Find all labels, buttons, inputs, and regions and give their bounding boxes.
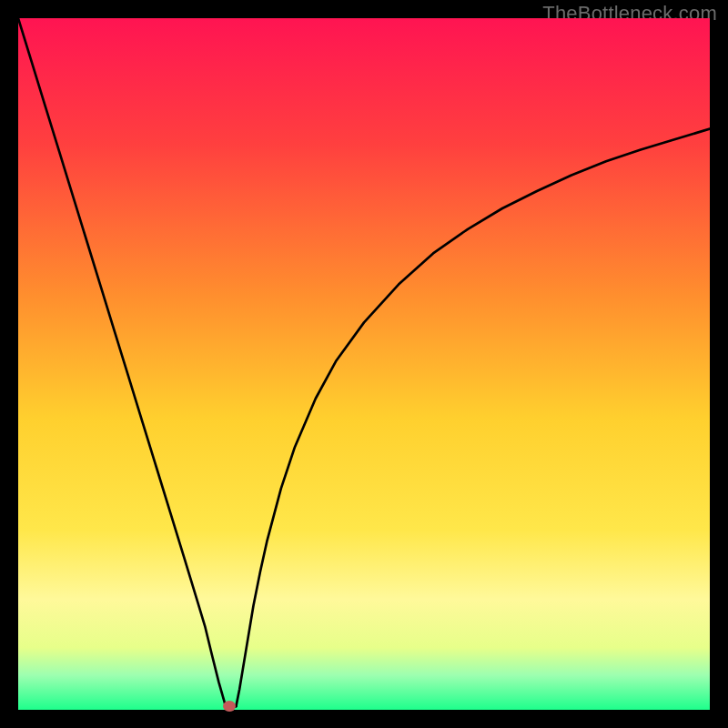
chart-container: TheBottleneck.com xyxy=(0,0,728,728)
curve-layer xyxy=(18,18,710,710)
left-curve-path xyxy=(18,18,226,706)
right-curve-path xyxy=(236,129,710,707)
minimum-marker xyxy=(223,701,236,712)
plot-area xyxy=(18,18,710,710)
